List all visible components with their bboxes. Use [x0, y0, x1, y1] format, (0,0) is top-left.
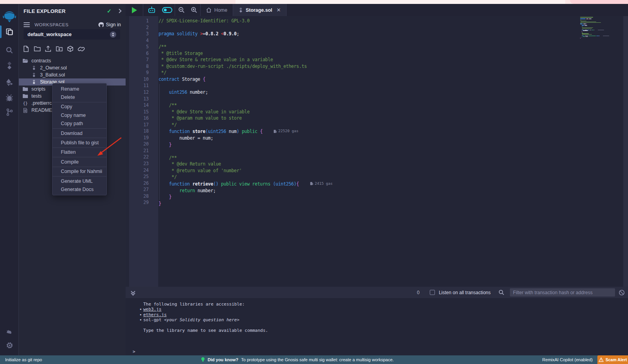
context-menu-item-download[interactable]: Download [53, 129, 106, 137]
workspaces-label: WORKSPACES [35, 22, 98, 27]
transaction-filter-input[interactable] [510, 288, 615, 297]
context-menu-item-delete[interactable]: Delete [53, 93, 106, 101]
context-menu-item-generate-uml[interactable]: Generate UML [53, 177, 106, 185]
sidebar-item-git[interactable] [0, 105, 19, 119]
menu-divider [53, 157, 106, 157]
browser-edge-strip [0, 0, 628, 4]
sidebar-item-solidity-compiler[interactable] [0, 58, 19, 73]
tab-close-icon[interactable]: ✕ [277, 7, 281, 13]
toggle-on-icon [162, 7, 172, 13]
context-menu-item-copy-path[interactable]: Copy path [53, 120, 106, 128]
sidebar-item-file-explorer[interactable] [0, 25, 19, 39]
zoom-in-button[interactable] [188, 7, 200, 13]
listen-checkbox[interactable] [430, 290, 435, 295]
editor-scrollbar[interactable] [623, 16, 628, 287]
home-icon [206, 7, 212, 13]
sidebar-item-debugger[interactable] [0, 91, 19, 105]
tip-text: To prototype using the Gnosis safe multi… [241, 357, 394, 362]
ai-toggle[interactable] [160, 7, 175, 13]
folder-icon [22, 93, 28, 99]
menu-divider [53, 167, 106, 167]
code-line: * @dev Store value in variable [159, 109, 571, 115]
explorer-toolbar [22, 45, 85, 53]
code-line: pragma solidity >=0.8.2 <0.9.0; [159, 31, 571, 37]
scam-alert-button[interactable]: Scam Alert [597, 355, 628, 364]
cube-icon[interactable] [66, 45, 74, 53]
tree-item-contracts[interactable]: contracts [19, 57, 126, 64]
workspace-name: default_workspace [27, 32, 110, 37]
ai-assistant-button[interactable] [143, 6, 160, 14]
workspaces-row: WORKSPACES Sign in [19, 20, 126, 29]
menu-divider [53, 147, 106, 148]
terminal-link[interactable]: web3.js [143, 307, 161, 312]
code-editor[interactable]: 1234567891011121314151617181920212223242… [126, 16, 628, 287]
context-menu-item-flatten[interactable]: Flatten [53, 148, 106, 157]
upload-file-icon[interactable] [44, 45, 52, 53]
collapse-chevron-icon[interactable] [117, 9, 121, 13]
tree-item-2_Owner.sol[interactable]: 2_Owner.sol [19, 64, 126, 71]
sign-in-button[interactable]: Sign in [98, 22, 121, 27]
new-file-icon[interactable] [22, 45, 30, 53]
code-line [159, 82, 571, 89]
terminal-link[interactable]: ethers.js [143, 312, 167, 317]
tree-item-3_Ballot.sol[interactable]: 3_Ballot.sol [19, 71, 126, 78]
context-menu-item-compile-for-nahmii[interactable]: Compile for Nahmii [53, 167, 106, 176]
workspace-select[interactable]: default_workspace [24, 29, 120, 40]
minimap[interactable] [571, 16, 623, 287]
new-folder-icon[interactable] [33, 45, 41, 53]
tree-item-label: contracts [31, 58, 51, 64]
tab-home[interactable]: Home [201, 4, 233, 16]
context-menu-item-compile[interactable]: Compile [53, 158, 106, 166]
sidebar-item-plugin-manager[interactable] [0, 326, 19, 340]
sidebar-item-search[interactable] [0, 43, 19, 57]
run-script-button[interactable] [126, 7, 143, 13]
tab-label: Home [214, 7, 227, 13]
panel-title: FILE EXPLORER [24, 8, 107, 14]
git-init-button[interactable]: Initialize as git repo [5, 355, 42, 364]
context-menu-item-publish-file-to-gist[interactable]: Publish file to gist [53, 138, 106, 147]
solidity-icon [31, 65, 37, 71]
workspaces-menu-icon[interactable] [24, 21, 30, 28]
tree-item-label: tests [31, 93, 42, 99]
context-menu-item-rename[interactable]: Rename [53, 85, 106, 93]
code-line: } [159, 200, 571, 207]
clear-console-icon[interactable] [619, 289, 625, 296]
active-indicator [0, 25, 2, 38]
code-line: * @param num value to store [159, 115, 571, 122]
editor-toolbar: Home Storage.sol ✕ [126, 4, 628, 16]
terminal-search-icon[interactable] [498, 289, 504, 295]
terminal-bar: 0 Listen on all transactions [126, 287, 628, 298]
play-icon [132, 7, 137, 13]
code-line: function retrieve() public view returns … [159, 180, 571, 187]
editor-gutter: 1234567891011121314151617181920212223242… [126, 16, 158, 287]
menu-divider [53, 128, 106, 129]
sidebar-item-settings[interactable] [0, 338, 19, 352]
code-line: } [159, 142, 571, 148]
code-line: function store(uint256 num) public {2252… [159, 128, 571, 135]
lightbulb-icon [201, 357, 205, 362]
context-menu-item-generate-docs[interactable]: Generate Docs [53, 185, 106, 193]
code-line: * @custom:dev-run-script ./scripts/deplo… [159, 63, 571, 70]
terminal-line: •web3.js [143, 307, 624, 312]
accept-check-icon[interactable]: ✓ [107, 8, 111, 14]
terminal-output[interactable]: The following libraries are accessible:•… [126, 298, 628, 355]
menu-divider [53, 176, 106, 177]
terminal-expand-icon[interactable] [131, 290, 136, 295]
copilot-status[interactable]: RemixAI Copilot (enabled) [542, 355, 593, 364]
gas-estimate-badge: 22520 gas [274, 128, 298, 135]
solidity-icon [31, 79, 37, 85]
code-line: */ [159, 69, 571, 76]
transaction-count: 0 [417, 290, 420, 295]
link-icon[interactable] [77, 45, 85, 53]
zoom-out-icon [178, 7, 185, 13]
upload-folder-icon[interactable] [55, 45, 63, 53]
zoom-out-button[interactable] [175, 7, 188, 13]
sidebar-item-deploy-and-run[interactable] [0, 75, 19, 89]
context-menu-item-copy[interactable]: Copy [53, 103, 106, 111]
terminal-line: Type the library name to see available c… [143, 328, 624, 333]
tab-storage-sol[interactable]: Storage.sol ✕ [233, 4, 286, 16]
context-menu-item-copy-name[interactable]: Copy name [53, 111, 106, 119]
remix-logo-icon[interactable] [0, 9, 19, 24]
main-area: Home Storage.sol ✕ 123456789101112131415… [126, 4, 628, 355]
terminal-prompt[interactable]: > [133, 349, 135, 354]
